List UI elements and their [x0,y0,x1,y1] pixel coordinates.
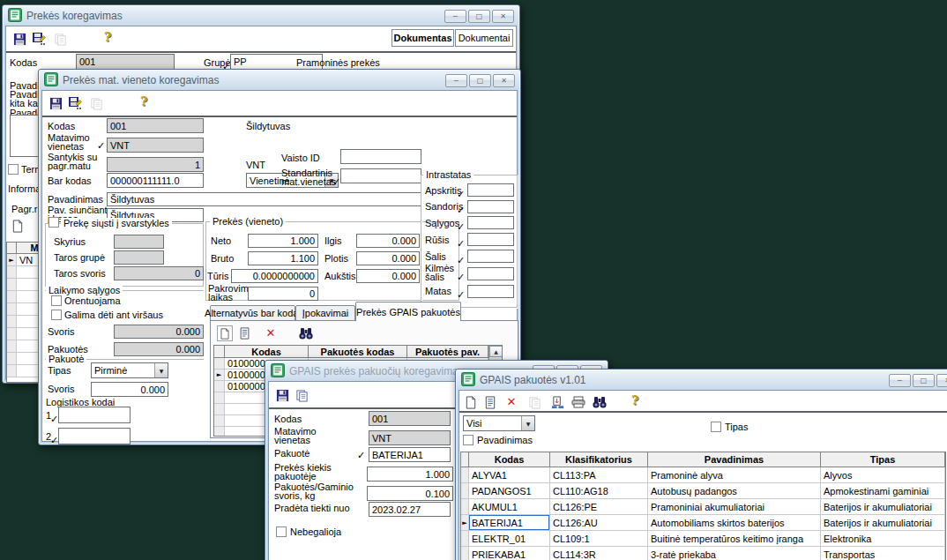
kodas-label: Kodas [10,58,37,68]
svoris-field[interactable]: 0.100 [367,486,453,501]
salis-check-icon[interactable]: ✓ [457,255,465,266]
logistikos2-check-icon[interactable]: ✓ [50,435,58,446]
print-icon[interactable] [570,394,586,410]
salis-field[interactable] [467,250,514,263]
view-icon[interactable] [236,325,252,341]
save-options-icon[interactable] [31,31,47,47]
nebegalioja-checkbox[interactable] [276,526,287,537]
table-row[interactable]: AKUMUL1CL126:PEPramoniniai akumuliatoria… [461,499,945,515]
taros-grupe-label: Taros grupė [54,253,105,263]
window-title: GPAIS pakuotės v1.01 [480,374,586,386]
rusis-check-icon[interactable]: ✓ [457,238,465,250]
apskritis-check-icon[interactable]: ✓ [457,189,465,200]
maximize-button[interactable]: □ [468,10,490,23]
svarstykles-checkbox[interactable] [48,217,59,228]
apskritis-field[interactable] [467,183,514,197]
table-row[interactable]: PADANGOS1CL110:AG18Autobusų padangosApmo… [461,483,945,499]
view-icon[interactable] [482,394,498,410]
neto-field[interactable]: 1.000 [248,234,318,248]
filter-dropdown[interactable]: Visi▼ [463,415,535,431]
bar-kodas-field[interactable]: 000000111111.0 [107,173,204,188]
maximize-button[interactable]: □ [913,374,935,387]
chevron-down-icon[interactable]: ▼ [521,416,534,430]
dokumentas-button[interactable]: Dokumentas [391,29,454,47]
table-row[interactable]: ALYVA1CL113:PAPramoninė alyvaAlyvos [461,467,945,483]
gpais-packages-table[interactable]: KodasKlasifikatoriusPavadinimasTipas ALY… [460,452,946,560]
turis-field[interactable]: 0.0000000000 [231,269,318,283]
close-button[interactable]: ✕ [936,374,947,387]
close-button[interactable]: ✕ [492,10,514,23]
delete-icon[interactable]: ✕ [263,325,279,340]
ilgis-field[interactable]: 0.000 [356,234,420,248]
sandoris-field[interactable] [467,200,514,213]
chevron-down-icon[interactable]: ▼ [154,363,168,377]
salygos-check-icon[interactable]: ✓ [457,221,465,233]
delete-icon[interactable]: ✕ [503,393,519,409]
help-icon[interactable]: ? [627,392,643,408]
rusis-field[interactable] [467,233,514,246]
tab-alternatyvus-bar-kodai[interactable]: Alternatyvūs bar kodai [210,305,295,321]
titlebar[interactable]: Prekės mat. vieneto koregavimas ─□✕ [41,71,518,89]
titlebar[interactable]: GPAIS pakuotės v1.01 ─□✕ [458,371,947,389]
pavadinimas-field[interactable]: Šildytuvas [107,192,421,206]
new-icon[interactable] [463,394,479,410]
new-icon[interactable] [217,325,233,341]
terminuota-checkbox[interactable] [8,164,19,175]
sandoris-check-icon[interactable]: ✓ [457,205,465,216]
pakuote-lookup-check-icon[interactable]: ✓ [357,450,365,461]
matas-field[interactable] [467,285,514,298]
column-header: Kodas [469,452,550,467]
pakuote-field[interactable]: BATERIJA1 [369,447,451,462]
copy-icon[interactable] [294,387,309,403]
maximize-button[interactable]: □ [469,74,491,87]
taros-svoris-field: 0 [114,266,204,280]
matas-check-icon[interactable]: ✓ [457,289,465,301]
binoculars-icon[interactable] [592,394,608,410]
save-icon[interactable] [274,387,290,403]
matavimo-lookup-check-icon[interactable]: ✓ [97,140,105,152]
galima-deti-checkbox[interactable] [51,310,62,320]
logistikos1-check-icon[interactable]: ✓ [50,414,58,425]
plotis-field[interactable]: 0.000 [356,251,420,265]
aukstis-field[interactable]: 0.000 [356,269,420,283]
binoculars-icon[interactable] [298,325,314,341]
kilmes-salis-field[interactable] [467,267,514,280]
table-row[interactable]: PRIEKABA1CL114:3R3-ratė priekabaTranspor… [461,547,945,560]
tipas-checkbox[interactable] [711,422,721,432]
table-row[interactable]: ELEKTR_01CL109:1Buitinė temperatūros kei… [461,531,945,547]
close-button[interactable]: ✕ [493,74,515,87]
bruto-field[interactable]: 1.100 [248,251,318,265]
vieneto-legend: Prekės (vieneto) [210,216,286,227]
tipas-dropdown[interactable]: Pirminė▼ [91,362,168,378]
new-row-icon[interactable] [10,218,26,234]
standartinis-field[interactable] [340,168,421,183]
dokumentai-button[interactable]: Dokumentai [455,29,513,47]
transfer-icon[interactable] [549,394,565,410]
minimize-button[interactable]: ─ [889,374,911,387]
save-icon[interactable] [11,31,27,47]
save-options-icon[interactable] [67,95,83,111]
standartinis-lookup-check-icon[interactable]: ✓ [332,176,340,188]
save-icon[interactable] [48,95,63,111]
minimize-button[interactable]: ─ [445,74,467,87]
pradeta-field[interactable]: 2023.02.27 [369,502,451,517]
pakrovimo-field[interactable]: 0 [248,287,318,301]
scroll-up-icon[interactable]: ▲ [489,346,503,357]
minimize-button[interactable]: ─ [444,10,466,23]
kiekis-field[interactable]: 1.000 [367,467,453,482]
logistikos1-field[interactable] [58,407,130,423]
table-row-selected[interactable]: ►BATERIJA1CL126:AUAutomobiliams skirtos … [461,515,945,531]
vaisto-id-field[interactable] [340,149,421,164]
tab-ipokavimai[interactable]: Įpokavimai [295,305,355,321]
tipas-checkbox-label: Tipas [725,422,749,432]
kilmes-salis-check-icon[interactable]: ✓ [457,272,465,283]
logistikos2-field[interactable] [58,428,130,444]
orentuojama-checkbox[interactable] [51,295,62,306]
help-icon[interactable]: ? [100,29,116,45]
titlebar[interactable]: Prekės koregavimas ─□✕ [4,7,518,25]
help-icon[interactable]: ? [136,93,152,109]
pakuote-svoris-field[interactable]: 0.000 [91,382,168,397]
salygos-field[interactable] [467,216,514,229]
tab-prekes-gpais-pakuotes[interactable]: Prekės GPAIS pakuotės [355,302,461,321]
pavadinimas-checkbox[interactable] [463,435,474,445]
